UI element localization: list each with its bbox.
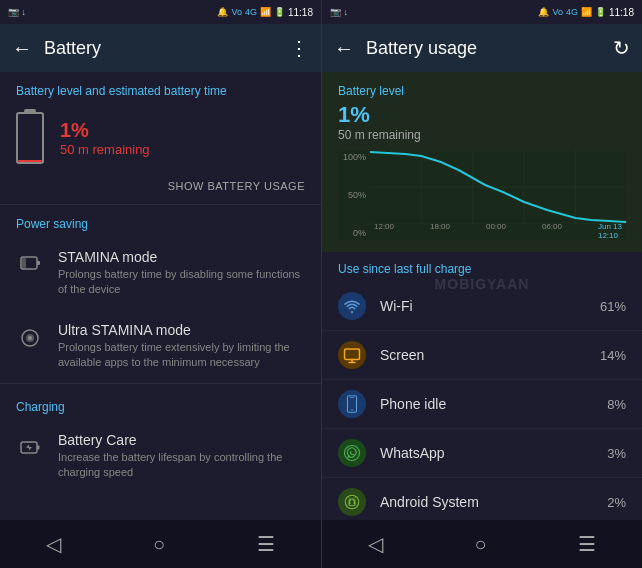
svg-rect-15	[345, 349, 360, 360]
phone-idle-percent: 8%	[607, 397, 626, 412]
right-4g-icon: 4G	[566, 7, 578, 17]
wifi-label: Wi-Fi	[380, 298, 586, 314]
screen-icon	[338, 341, 366, 369]
svg-rect-2	[22, 258, 26, 268]
signal-text: Vo	[231, 7, 242, 17]
divider-2	[0, 383, 321, 384]
svg-rect-17	[350, 397, 355, 398]
chart-svg-area	[370, 150, 626, 224]
left-status-icons: 📷 ↓	[8, 7, 26, 17]
left-bottom-nav: ◁ ○ ☰	[0, 520, 321, 568]
x-label-0600: 06:00	[542, 222, 562, 240]
usage-item-android[interactable]: Android System 2%	[322, 478, 642, 520]
use-since-label: Use since last full charge	[322, 252, 642, 282]
stamina-desc: Prolongs battery time by disabling some …	[58, 267, 305, 298]
wifi-percent: 61%	[600, 299, 626, 314]
stamina-icon	[16, 251, 44, 279]
right-home-nav-button[interactable]: ○	[474, 533, 486, 556]
4g-icon: 4G	[245, 7, 257, 17]
usage-item-whatsapp[interactable]: WhatsApp 3%	[322, 429, 642, 478]
right-bottom-nav: ◁ ○ ☰	[322, 520, 642, 568]
volume-icon: 🔔	[217, 7, 228, 17]
battery-care-icon	[16, 434, 44, 462]
ultra-stamina-item[interactable]: Ultra STAMINA mode Prolongs battery time…	[0, 310, 321, 383]
left-title: Battery	[44, 38, 277, 59]
battery-care-text: Battery Care Increase the battery lifesp…	[58, 432, 305, 481]
battery-small: 🔋	[274, 7, 285, 17]
charging-section: Charging Battery Care Increase the batte…	[0, 388, 321, 493]
svg-point-22	[353, 500, 354, 501]
svg-point-5	[28, 336, 32, 340]
right-battery-small: 🔋	[595, 7, 606, 17]
stamina-title: STAMINA mode	[58, 249, 305, 265]
left-content: Battery level and estimated battery time…	[0, 72, 321, 520]
right-back-nav-button[interactable]: ◁	[368, 532, 383, 556]
phone-idle-icon	[338, 390, 366, 418]
left-panel: 📷 ↓ 🔔 Vo 4G 📶 🔋 11:18 ← Battery ⋮ Batter…	[0, 0, 321, 568]
signal-bars: 📶	[260, 7, 271, 17]
menu-button[interactable]: ⋮	[289, 36, 309, 60]
ultra-stamina-desc: Prolongs battery time extensively by lim…	[58, 340, 305, 371]
x-label-0000: 00:00	[486, 222, 506, 240]
right-menu-nav-button[interactable]: ☰	[578, 532, 596, 556]
chart-remaining: 50 m remaining	[338, 128, 626, 142]
right-panel: 📷 ↓ 🔔 Vo 4G 📶 🔋 11:18 ← Battery usage ↻ …	[321, 0, 642, 568]
svg-point-21	[350, 500, 351, 501]
android-icon	[338, 488, 366, 516]
left-time: 11:18	[288, 7, 313, 18]
usage-item-screen[interactable]: Screen 14%	[322, 331, 642, 380]
whatsapp-percent: 3%	[607, 446, 626, 461]
svg-rect-1	[37, 261, 40, 265]
stamina-mode-item[interactable]: STAMINA mode Prolongs battery time by di…	[0, 237, 321, 310]
battery-info: 1% 50 m remaining	[60, 119, 150, 157]
x-label-1200: 12:00	[374, 222, 394, 240]
battery-remaining: 50 m remaining	[60, 142, 150, 157]
usage-item-phone-idle[interactable]: Phone idle 8%	[322, 380, 642, 429]
left-toolbar: ← Battery ⋮	[0, 24, 321, 72]
svg-point-18	[351, 409, 353, 411]
whatsapp-icon	[338, 439, 366, 467]
ultra-stamina-text: Ultra STAMINA mode Prolongs battery time…	[58, 322, 305, 371]
screen-label: Screen	[380, 347, 586, 363]
android-percent: 2%	[607, 495, 626, 510]
back-nav-button[interactable]: ◁	[46, 532, 61, 556]
svg-line-23	[348, 497, 350, 499]
right-back-button[interactable]: ←	[334, 37, 354, 60]
power-saving-header: Power saving	[0, 205, 321, 237]
battery-level-label: Battery level	[338, 84, 626, 98]
usage-item-wifi[interactable]: Wi-Fi 61%	[322, 282, 642, 331]
battery-display: 1% 50 m remaining	[0, 104, 321, 180]
whatsapp-label: WhatsApp	[380, 445, 593, 461]
right-time: 11:18	[609, 7, 634, 18]
chart-percent: 1%	[338, 102, 626, 128]
screen-percent: 14%	[600, 348, 626, 363]
show-battery-usage-button[interactable]: SHOW BATTERY USAGE	[168, 180, 305, 192]
stamina-text: STAMINA mode Prolongs battery time by di…	[58, 249, 305, 298]
phone-idle-label: Phone idle	[380, 396, 593, 412]
battery-care-item[interactable]: Battery Care Increase the battery lifesp…	[0, 420, 321, 493]
battery-care-desc: Increase the battery lifespan by control…	[58, 450, 305, 481]
battery-chart: 100% 50% 0%	[338, 150, 626, 240]
svg-line-24	[354, 497, 356, 499]
right-signal-bars: 📶	[581, 7, 592, 17]
home-nav-button[interactable]: ○	[153, 533, 165, 556]
refresh-button[interactable]: ↻	[613, 36, 630, 60]
right-status-bar: 📷 ↓ 🔔 Vo 4G 📶 🔋 11:18	[322, 0, 642, 24]
chart-y-labels: 100% 50% 0%	[338, 150, 370, 240]
y-label-0: 0%	[338, 228, 370, 238]
y-label-50: 50%	[338, 190, 370, 200]
right-volume-icon: 🔔	[538, 7, 549, 17]
ultra-stamina-title: Ultra STAMINA mode	[58, 322, 305, 338]
right-toolbar: ← Battery usage ↻	[322, 24, 642, 72]
back-button[interactable]: ←	[12, 37, 32, 60]
battery-fill	[18, 160, 42, 162]
usage-list: Wi-Fi 61% Screen 14% Phon	[322, 282, 642, 520]
battery-icon-large	[16, 112, 44, 164]
system-status-icons: 🔔 Vo 4G 📶 🔋 11:18	[217, 7, 313, 18]
chart-section: Battery level 1% 50 m remaining 100% 50%…	[322, 72, 642, 252]
menu-nav-button[interactable]: ☰	[257, 532, 275, 556]
show-usage-btn-wrapper: SHOW BATTERY USAGE	[0, 180, 321, 204]
right-system-icons: 🔔 Vo 4G 📶 🔋 11:18	[538, 7, 634, 18]
battery-section-header: Battery level and estimated battery time	[0, 72, 321, 104]
wifi-icon	[338, 292, 366, 320]
